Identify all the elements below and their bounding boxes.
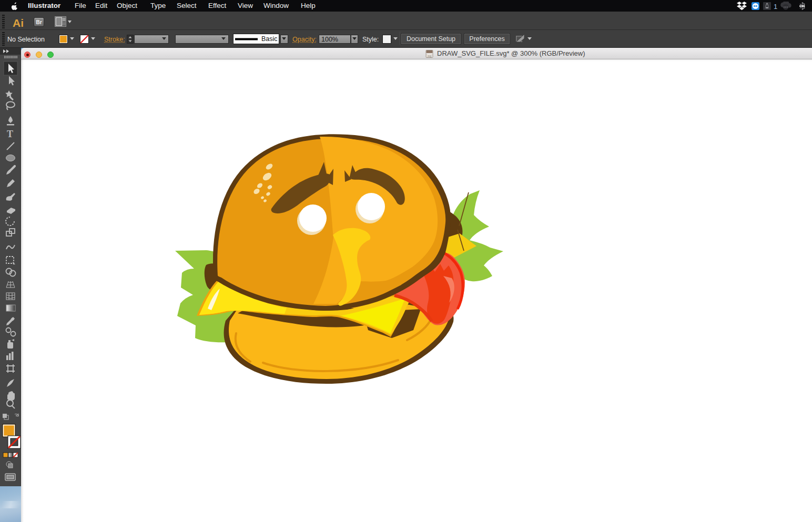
svg-text:1: 1 — [774, 3, 777, 11]
svg-text:T: T — [7, 129, 13, 139]
svg-text:svg: svg — [428, 55, 432, 57]
